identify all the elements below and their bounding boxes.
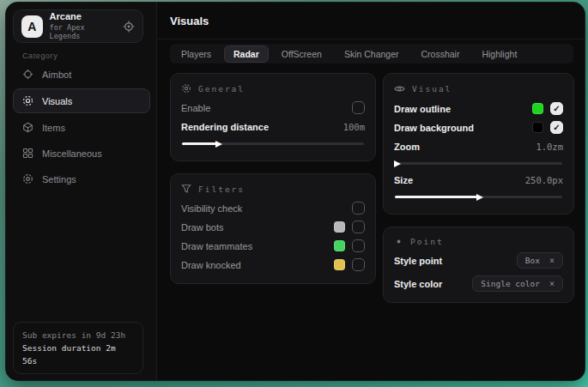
sidebar-item-label: Visuals — [42, 96, 72, 106]
sidebar-item-label: Miscellaneous — [42, 148, 102, 159]
check-icon: ✓ — [553, 105, 560, 113]
point-panel-title: Point — [394, 237, 563, 246]
main-header: Visuals — [158, 3, 585, 39]
gear-sparkle-icon — [181, 83, 191, 94]
size-value: 250.0px — [525, 175, 563, 185]
draw-knocked-color-swatch[interactable] — [334, 259, 345, 270]
draw-outline-color-swatch[interactable] — [532, 103, 543, 114]
draw-background-color-swatch[interactable] — [532, 122, 543, 133]
draw-knocked-row: Draw knocked ✓ — [181, 256, 365, 274]
enable-checkbox[interactable]: ✓ — [352, 101, 365, 114]
visual-panel-title: Visual — [394, 83, 563, 94]
size-label: Size — [394, 175, 413, 185]
category-label: Category — [22, 51, 58, 60]
draw-teammates-label: Draw teammates — [181, 241, 252, 251]
tab-offscreen[interactable]: OffScreen — [273, 46, 330, 62]
funnel-icon — [181, 184, 191, 194]
clear-icon[interactable]: × — [549, 279, 555, 288]
style-color-select[interactable]: Single color × — [472, 275, 563, 292]
zoom-value: 1.0zm — [536, 142, 563, 152]
point-panel: Point Style point Box × Style color Sing… — [383, 227, 574, 303]
sidebar-item-items[interactable]: Items — [13, 116, 150, 139]
cube-icon — [22, 122, 33, 133]
zoom-label: Zoom — [394, 142, 420, 152]
left-column: General Enable ✓ Rendering distance 100m — [170, 73, 376, 296]
size-row: Size 250.0px — [394, 171, 563, 189]
visibility-check-checkbox[interactable]: ✓ — [352, 202, 365, 215]
main-content: Visuals Players Radar OffScreen Skin Cha… — [158, 3, 585, 380]
visual-panel-title-text: Visual — [412, 84, 452, 94]
rendering-distance-slider[interactable] — [182, 142, 364, 145]
zoom-row: Zoom 1.0zm — [394, 137, 563, 155]
rendering-distance-value: 100m — [343, 122, 365, 132]
general-panel-title: General — [181, 83, 365, 94]
sidebar: A Arcane for Apex Legends Category — [6, 3, 157, 380]
sidebar-item-aimbot[interactable]: Aimbot — [13, 63, 150, 86]
tab-crosshair[interactable]: Crosshair — [413, 46, 469, 62]
draw-knocked-label: Draw knocked — [181, 260, 241, 270]
draw-teammates-checkbox[interactable]: ✓ — [352, 239, 365, 252]
style-point-row: Style point Box × — [394, 251, 563, 269]
sidebar-item-label: Settings — [42, 174, 76, 184]
draw-bots-color-swatch[interactable] — [334, 221, 345, 233]
clear-icon[interactable]: × — [549, 256, 555, 265]
draw-background-label: Draw background — [394, 123, 474, 133]
filters-panel: Filters Visibility check ✓ Draw bots ✓ — [170, 173, 376, 284]
draw-bots-label: Draw bots — [181, 222, 224, 233]
app-window: A Arcane for Apex Legends Category — [6, 3, 585, 380]
tab-skin-changer[interactable]: Skin Changer — [336, 46, 408, 62]
scan-eye-icon — [22, 95, 33, 106]
slider-thumb[interactable] — [476, 194, 483, 201]
draw-outline-checkbox[interactable]: ✓ — [550, 102, 563, 115]
visibility-check-label: Visibility check — [181, 203, 242, 214]
gear-icon — [22, 173, 33, 184]
style-point-select[interactable]: Box × — [517, 252, 563, 269]
check-icon: ✓ — [553, 124, 560, 132]
zoom-slider[interactable] — [395, 162, 562, 165]
sidebar-item-label: Items — [42, 123, 65, 133]
sidebar-item-label: Aimbot — [42, 70, 71, 80]
draw-background-checkbox[interactable]: ✓ — [550, 121, 563, 134]
sidebar-item-visuals[interactable]: Visuals — [13, 88, 150, 113]
filters-panel-title: Filters — [181, 184, 365, 194]
right-column: Visual Draw outline ✓ Draw background — [383, 73, 574, 315]
filters-panel-title-text: Filters — [198, 184, 245, 194]
sub-expires-text: Sub expires in 9d 23h — [22, 329, 134, 342]
grid-icon — [22, 148, 33, 159]
sidebar-item-settings[interactable]: Settings — [13, 167, 150, 190]
app-subtitle: for Apex Legends — [50, 23, 116, 41]
style-color-value: Single color — [481, 279, 540, 288]
tab-players[interactable]: Players — [173, 46, 220, 62]
dot-icon — [394, 237, 403, 246]
rendering-distance-row: Rendering distance 100m — [181, 118, 365, 136]
visibility-check-row: Visibility check ✓ — [181, 199, 365, 217]
slider-thumb[interactable] — [215, 141, 222, 148]
slider-thumb[interactable] — [394, 160, 401, 167]
draw-background-row: Draw background ✓ — [394, 118, 563, 136]
rendering-distance-label: Rendering distance — [181, 122, 269, 132]
general-panel: General Enable ✓ Rendering distance 100m — [170, 73, 376, 161]
tab-highlight[interactable]: Highlight — [473, 46, 525, 62]
app-logo-letter: A — [27, 20, 36, 33]
size-slider[interactable] — [395, 196, 562, 198]
crosshair-icon — [22, 69, 33, 80]
point-panel-title-text: Point — [410, 237, 444, 246]
app-name: Arcane — [50, 11, 116, 23]
page-title: Visuals — [170, 15, 209, 27]
slider-fill — [182, 142, 218, 145]
scope-icon[interactable] — [123, 21, 135, 33]
slider-fill — [395, 196, 479, 198]
draw-bots-row: Draw bots ✓ — [181, 218, 365, 236]
app-logo: A — [21, 15, 43, 38]
draw-outline-row: Draw outline ✓ — [394, 100, 563, 118]
draw-outline-label: Draw outline — [394, 104, 451, 114]
style-point-label: Style point — [394, 256, 442, 266]
draw-bots-checkbox[interactable]: ✓ — [352, 221, 365, 233]
session-info-card: Sub expires in 9d 23h Session duration 2… — [13, 322, 143, 374]
sidebar-item-miscellaneous[interactable]: Miscellaneous — [13, 142, 150, 165]
draw-teammates-color-swatch[interactable] — [334, 240, 345, 251]
app-header-card: A Arcane for Apex Legends — [13, 9, 143, 43]
sidebar-nav: Aimbot Visuals Items — [13, 63, 150, 190]
draw-knocked-checkbox[interactable]: ✓ — [352, 258, 365, 271]
tab-radar[interactable]: Radar — [225, 46, 268, 62]
